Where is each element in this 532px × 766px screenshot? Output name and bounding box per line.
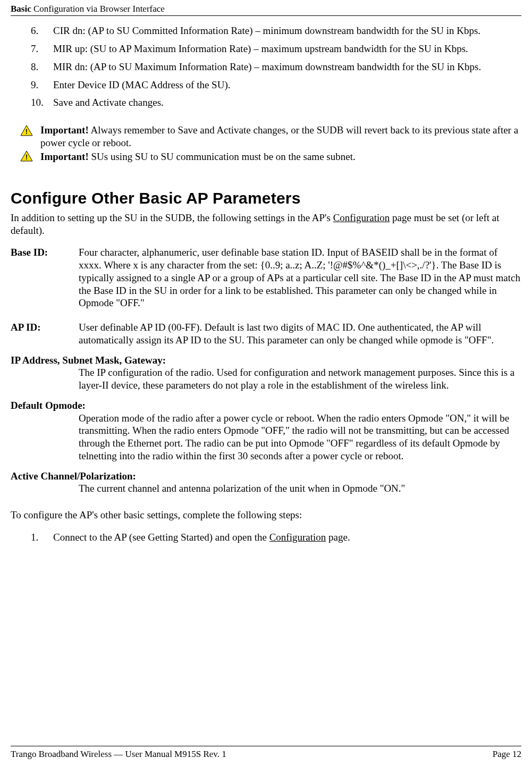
footer-rule — [11, 746, 521, 746]
list-item: Enter Device ID (MAC Address of the SU). — [53, 79, 521, 91]
step-post: page. — [326, 532, 350, 543]
configuration-link: Configuration — [333, 212, 390, 223]
list-item: Save and Activate changes. — [53, 96, 521, 109]
definition-ip: IP Address, Subnet Mask, Gateway: The IP… — [11, 354, 521, 392]
important-text: SUs using SU to SU communication must be… — [89, 151, 356, 162]
list-item: MIR dn: (AP to SU Maximum Information Ra… — [53, 61, 521, 73]
section-heading: Configure Other Basic AP Parameters — [11, 188, 521, 208]
steps-list: CIR dn: (AP to SU Committed Information … — [32, 24, 521, 109]
def-label: AP ID: — [11, 321, 79, 347]
def-body: The IP configuration of the radio. Used … — [79, 366, 521, 392]
header-rest: Configuration via Browser Interface — [31, 4, 165, 14]
important-note: Important! SUs using SU to SU communicat… — [40, 150, 521, 163]
important-label: Important! — [40, 124, 89, 136]
important-text: Always remember to Save and Activate cha… — [40, 124, 518, 148]
svg-text:!: ! — [26, 153, 28, 161]
svg-text:!: ! — [26, 128, 28, 136]
section-intro: In addition to setting up the SU in the … — [11, 212, 521, 237]
definition-apid: AP ID: User definable AP ID (00-FF). Def… — [11, 321, 521, 347]
definition-default-opmode: Default Opmode: Operation mode of the ra… — [11, 399, 521, 462]
def-body: The current channel and antenna polariza… — [79, 482, 521, 495]
def-body: Operation mode of the radio after a powe… — [79, 412, 521, 462]
page-footer: Trango Broadband Wireless — User Manual … — [11, 746, 521, 760]
def-label: IP Address, Subnet Mask, Gateway: — [11, 354, 521, 367]
list-item: MIR up: (SU to AP Maximum Information Ra… — [53, 43, 521, 55]
configuration-link: Configuration — [269, 532, 326, 543]
list-item: CIR dn: (AP to SU Committed Information … — [53, 24, 521, 37]
footer-left: Trango Broadband Wireless — User Manual … — [11, 748, 226, 760]
definition-baseid: Base ID: Four character, alphanumeric, u… — [11, 246, 521, 309]
important-block: ! ! Important! Always remember to Save a… — [11, 124, 521, 163]
configure-intro: To configure the AP's other basic settin… — [11, 509, 521, 521]
def-body: Four character, alphanumeric, user defin… — [79, 246, 521, 309]
def-label: Base ID: — [11, 246, 79, 309]
footer-right: Page 12 — [493, 748, 521, 760]
def-body: User definable AP ID (00-FF). Default is… — [79, 321, 521, 347]
list-item: Connect to the AP (see Getting Started) … — [53, 531, 521, 544]
important-label: Important! — [40, 151, 89, 162]
intro-pre: In addition to setting up the SU in the … — [11, 212, 333, 223]
def-label: Default Opmode: — [11, 399, 521, 412]
important-note: Important! Always remember to Save and A… — [40, 124, 521, 149]
def-label: Active Channel/Polarization: — [11, 470, 521, 483]
header-bold: Basic — [11, 4, 31, 14]
configure-steps: Connect to the AP (see Getting Started) … — [32, 531, 521, 544]
warning-icon: ! — [20, 125, 33, 136]
page-header: Basic Configuration via Browser Interfac… — [11, 0, 521, 15]
warning-icon: ! — [20, 150, 33, 162]
definition-active-channel: Active Channel/Polarization: The current… — [11, 470, 521, 495]
step-pre: Connect to the AP (see Getting Started) … — [53, 532, 269, 543]
